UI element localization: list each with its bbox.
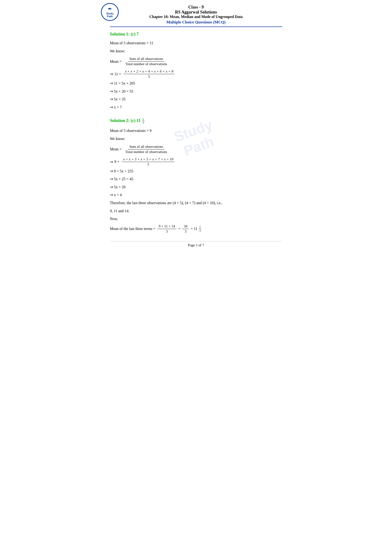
sol2-header-mixed: 1 3 — [142, 118, 145, 125]
header-book: RS Aggarwal Solutions — [110, 10, 282, 15]
mean-fraction: Sum of all observations Total number of … — [124, 56, 168, 67]
main-content: Solution 1: (c) 7 Mean of 5 observations… — [110, 32, 282, 234]
sol2-step1-left: 9 = — [114, 160, 119, 164]
sol2-vals: 9, 11 and 14. — [110, 208, 282, 214]
sol2-mean-fraction: Sum of all observations Total number of … — [124, 144, 168, 154]
sol1-step3: ⇒ 5x + 20 = 55 — [110, 88, 282, 95]
sol2-therefore: Therefore, the last three observations a… — [110, 200, 282, 206]
sol2-step3: ⇒ 5x + 25 = 45 — [110, 176, 282, 182]
sol2-step5: ⇒ x = 4 — [110, 192, 282, 198]
sol1-line2: We know: — [110, 48, 282, 54]
sol1-step1-fraction: x + x + 2 + x + 4 + x + 6 + x + 8 5 — [124, 69, 175, 79]
page-header: Class - 9 RS Aggarwal Solutions Chapter … — [110, 5, 282, 27]
sol2-step4: ⇒ 5x = 20 — [110, 184, 282, 190]
logo-path: Path — [107, 15, 113, 18]
sol1-step4: ⇒ 5x = 35 — [110, 96, 282, 102]
solution-2: Solution 2: (c) 11 1 3 Mean of 5 observa… — [110, 118, 282, 234]
sol1-step1-left: 11 = — [114, 72, 121, 76]
solution-1-header: Solution 1: (c) 7 — [110, 32, 282, 37]
sol2-line2: We know: — [110, 136, 282, 142]
solution-2-header: Solution 2: (c) 11 1 3 — [110, 118, 282, 125]
sol2-header-text: Solution 2 — [110, 118, 128, 123]
mean-label: Mean = — [110, 59, 122, 64]
sol2-last-frac1: 9 + 11 + 14 3 — [157, 224, 176, 234]
sol2-last-frac2: 34 3 — [182, 224, 189, 234]
sol2-now: Now, — [110, 216, 282, 222]
sol2-step1-fraction: x + x + 3 + x + 5 + x + 7 + x + 10 5 — [122, 157, 175, 167]
sol2-step2: ⇒ 9 = 5x + 255 — [110, 168, 282, 174]
sol2-final-mixed: 1 3 — [199, 225, 201, 232]
sol2-last-mean-label: Mean of the last three terms = — [110, 227, 155, 231]
sol2-mean-label: Mean = — [110, 147, 122, 151]
sol1-step1-arrow: ⇒ — [110, 72, 113, 76]
solution-1: Solution 1: (c) 7 Mean of 5 observations… — [110, 32, 282, 110]
footer-text: Page 1 of 7 — [188, 243, 204, 247]
sol2-line1: Mean of 5 observations = 9 — [110, 128, 282, 134]
sol1-step1: ⇒ 11 = x + x + 2 + x + 4 + x + 6 + x + 8… — [110, 69, 282, 79]
sol2-last-mean: Mean of the last three terms = 9 + 11 + … — [110, 224, 282, 234]
sol1-line1: Mean of 5 observations = 11 — [110, 40, 282, 46]
logo: ✒ Study Path — [100, 2, 119, 21]
logo-study: Study — [106, 12, 113, 15]
sol2-step1: ⇒ 9 = x + x + 3 + x + 5 + x + 7 + x + 10… — [110, 157, 282, 167]
sol1-step5: ⇒ x = 7 — [110, 104, 282, 110]
header-chapter: Chapter 18: Mean, Median and Mode of Ung… — [110, 15, 282, 19]
sol2-mean-formula: Mean = Sum of all observations Total num… — [110, 144, 282, 154]
sol1-step2: ⇒ 11 = 5x + 205 — [110, 80, 282, 86]
page-footer: Page 1 of 7 — [110, 241, 282, 247]
sol1-mean-formula: Mean = Sum of all observations Total num… — [110, 56, 282, 67]
header-class: Class - 9 — [110, 5, 282, 10]
header-section: Multiple Choice Questions (MCQ) — [110, 20, 282, 25]
